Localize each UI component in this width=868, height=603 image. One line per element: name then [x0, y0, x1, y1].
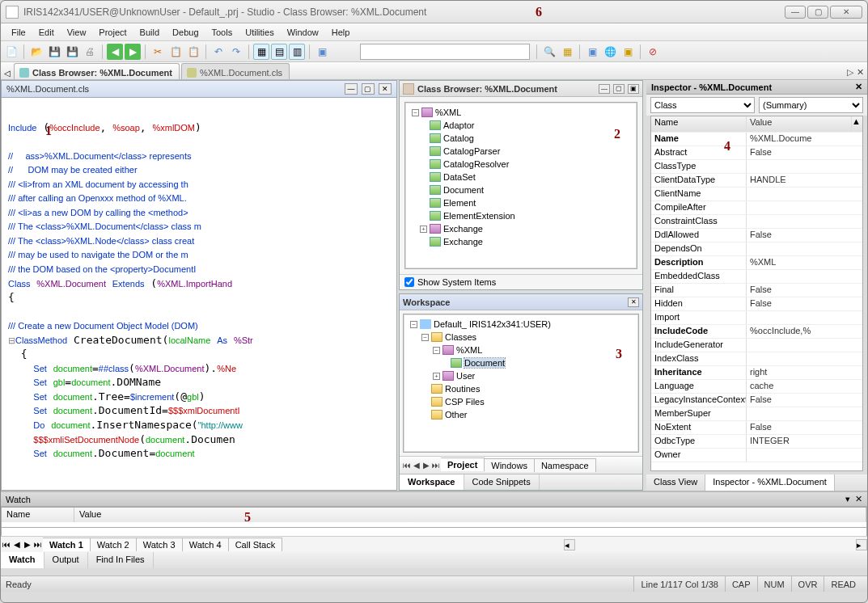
- outtab-watch[interactable]: Watch: [1, 552, 44, 568]
- ws-other[interactable]: Other: [445, 410, 468, 420]
- find-combo[interactable]: [360, 44, 530, 60]
- tree-subpkg[interactable]: Exchange: [443, 224, 483, 234]
- tab-class-browser[interactable]: Class Browser: %XML.Document: [14, 63, 180, 79]
- last-icon[interactable]: ⏭: [431, 461, 441, 470]
- show-system-checkbox[interactable]: [404, 277, 414, 287]
- watch-tab-4[interactable]: Watch 4: [183, 538, 229, 551]
- inspector-row[interactable]: CompileAfter: [651, 201, 862, 215]
- ws-document[interactable]: Document: [464, 358, 505, 368]
- editor-max-button[interactable]: ▢: [362, 83, 375, 95]
- wstab-namespace[interactable]: Namespace: [535, 458, 596, 472]
- ws-classes[interactable]: Classes: [445, 332, 476, 342]
- outtab-output[interactable]: Output: [44, 552, 88, 568]
- collapse-icon[interactable]: −: [410, 321, 417, 328]
- toggle3-icon[interactable]: ▥: [289, 44, 305, 60]
- panel-min-button[interactable]: —: [599, 84, 610, 94]
- inspector-combo-class[interactable]: Class: [650, 97, 755, 113]
- tree-root[interactable]: %XML: [435, 108, 461, 117]
- expand-icon[interactable]: +: [420, 226, 427, 233]
- ws-root[interactable]: Default_ IRIS142x341:USER): [434, 319, 551, 329]
- tree-item[interactable]: DataSet: [443, 172, 476, 182]
- first-icon[interactable]: ⏮: [1, 540, 11, 549]
- inspector-close-icon[interactable]: ✕: [855, 82, 862, 92]
- editor-min-button[interactable]: —: [345, 83, 358, 95]
- outtab-find[interactable]: Find In Files: [88, 552, 154, 568]
- panel-close-button[interactable]: ✕: [628, 297, 639, 307]
- watch-grid[interactable]: Name Value 5: [1, 507, 867, 528]
- tree-item[interactable]: Exchange: [443, 237, 483, 247]
- inspector-head[interactable]: Inspector - %XML.Document ✕: [646, 80, 867, 95]
- toggle1-icon[interactable]: ▦: [253, 44, 269, 60]
- watch-tab-2[interactable]: Watch 2: [91, 538, 137, 551]
- inspector-row[interactable]: MemberSuper: [651, 407, 862, 421]
- scroll-left-icon[interactable]: ◁: [4, 69, 14, 79]
- menu-file[interactable]: File: [5, 25, 32, 40]
- maximize-button[interactable]: ▢: [807, 6, 828, 19]
- tree-item[interactable]: Catalog: [443, 133, 474, 143]
- inspector-combo-summary[interactable]: (Summary): [759, 97, 863, 113]
- ws-user[interactable]: User: [456, 371, 475, 381]
- inspector-row[interactable]: LegacyInstanceContextFalse: [651, 394, 862, 407]
- next-icon[interactable]: ▶: [22, 540, 32, 549]
- inspector-grid[interactable]: 4 Name Value ▲ Name%XML.DocumeAbstractFa…: [650, 116, 863, 471]
- inspector-row[interactable]: HiddenFalse: [651, 297, 862, 311]
- editor-close-button[interactable]: ✕: [379, 83, 392, 95]
- inspector-row[interactable]: FinalFalse: [651, 284, 862, 297]
- tree-item[interactable]: Adaptor: [443, 120, 475, 130]
- cut-icon[interactable]: ✂: [150, 44, 166, 60]
- minimize-button[interactable]: —: [785, 6, 806, 19]
- next-icon[interactable]: ▶: [421, 461, 431, 470]
- class-browser-head[interactable]: Class Browser: %XML.Document — ▢ ▣: [400, 81, 642, 97]
- export-icon[interactable]: ▣: [620, 44, 636, 60]
- tree-item[interactable]: CatalogResolver: [443, 159, 509, 169]
- hscroll-left-icon[interactable]: ◂: [564, 539, 575, 550]
- inspector-row[interactable]: Description%XML: [651, 256, 862, 270]
- inspector-row[interactable]: NoExtentFalse: [651, 421, 862, 435]
- ws-routines[interactable]: Routines: [445, 384, 480, 394]
- menu-view[interactable]: View: [61, 25, 93, 40]
- last-icon[interactable]: ⏭: [32, 540, 43, 549]
- inspector-row[interactable]: DdlAllowedFalse: [651, 229, 862, 242]
- inspector-row[interactable]: IncludeGenerator: [651, 339, 862, 352]
- workspace-head[interactable]: Workspace ✕: [400, 294, 642, 310]
- tab-document-cls[interactable]: %XML.Document.cls: [181, 63, 290, 79]
- tree-item[interactable]: Element: [443, 198, 476, 208]
- watch-empty-row[interactable]: [1, 528, 867, 536]
- hscroll-right-icon[interactable]: ▸: [856, 539, 867, 550]
- code-editor[interactable]: 1Include (%occInclude, %soap, %xmlDOM) /…: [1, 98, 397, 491]
- inspector-row[interactable]: Import: [651, 311, 862, 325]
- inspector-row[interactable]: Languagecache: [651, 380, 862, 394]
- menu-tools[interactable]: Tools: [205, 25, 239, 40]
- btab-workspace[interactable]: Workspace: [400, 474, 464, 490]
- menu-project[interactable]: Project: [92, 25, 133, 40]
- wstab-windows[interactable]: Windows: [485, 458, 535, 472]
- watch-close-icon[interactable]: ✕: [855, 494, 862, 504]
- expand-icon[interactable]: +: [433, 373, 440, 380]
- stop-icon[interactable]: ⊘: [645, 44, 661, 60]
- close-button[interactable]: ✕: [830, 6, 862, 19]
- menu-edit[interactable]: Edit: [32, 25, 61, 40]
- open-icon[interactable]: 📂: [28, 44, 44, 60]
- inspector-row[interactable]: EmbeddedClass: [651, 270, 862, 284]
- menu-window[interactable]: Window: [281, 25, 325, 40]
- inspector-col-value[interactable]: Value: [747, 116, 851, 132]
- menu-build[interactable]: Build: [133, 25, 166, 40]
- print-icon[interactable]: 🖨: [82, 44, 98, 60]
- bookmark-icon[interactable]: ▦: [559, 44, 575, 60]
- watch-col-value[interactable]: Value: [74, 508, 866, 522]
- panel-max-button[interactable]: ▢: [613, 84, 625, 94]
- inspector-row[interactable]: Inheritanceright: [651, 366, 862, 380]
- inspector-row[interactable]: ClientName: [651, 188, 862, 201]
- compile-icon[interactable]: ▣: [584, 44, 600, 60]
- watch-col-name[interactable]: Name: [2, 508, 74, 522]
- cascade-icon[interactable]: ▣: [314, 44, 330, 60]
- ws-xml[interactable]: %XML: [456, 345, 482, 355]
- inspector-col-name[interactable]: Name: [651, 116, 747, 132]
- inspector-row[interactable]: ClientDataTypeHANDLE: [651, 174, 862, 188]
- undo-icon[interactable]: ↶: [210, 44, 227, 60]
- menu-help[interactable]: Help: [325, 25, 357, 40]
- show-system-items[interactable]: Show System Items: [400, 274, 642, 289]
- class-browser-tree[interactable]: 2 −%XML Adaptor Catalog CatalogParser Ca…: [404, 102, 637, 269]
- menu-utilities[interactable]: Utilities: [239, 25, 280, 40]
- watch-tab-1[interactable]: Watch 1: [43, 538, 91, 551]
